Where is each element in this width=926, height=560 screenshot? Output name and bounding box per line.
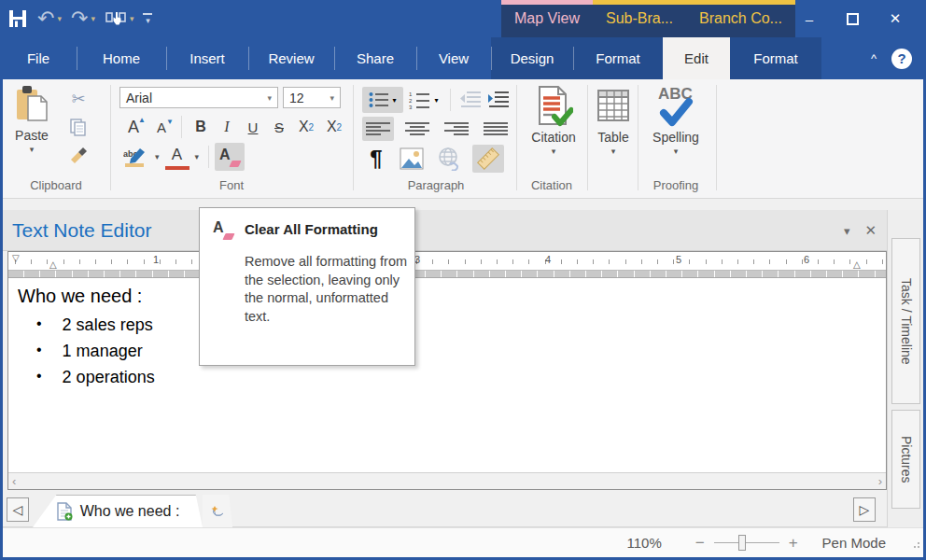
doc-tab-map-view[interactable]: Map View [501,0,593,37]
resize-grip[interactable] [910,539,919,548]
app-window: ↶ ▾ ↷ ▾ ▾ ▾ Map [0,0,926,560]
underline-button[interactable]: U [240,119,266,135]
status-bar: 110% − + Pen Mode [3,527,923,557]
paste-dropdown[interactable]: ▾ [30,145,35,154]
clear-formatting-button[interactable]: A [215,143,245,171]
tab-scroll-right-button[interactable]: ▷ [853,497,876,522]
group-separator [353,85,354,190]
collapse-ribbon-icon[interactable]: ^ [871,51,877,65]
increase-indent-button[interactable] [484,87,512,113]
help-icon[interactable]: ? [891,49,912,69]
strikethrough-button[interactable]: S [266,119,292,135]
show-formatting-button[interactable]: ¶ [364,145,388,173]
zoom-out-button[interactable]: − [695,534,705,553]
doc-tab-branch[interactable]: Branch Co... [686,0,795,37]
tab-design[interactable]: Design [491,37,573,79]
note-text-area[interactable]: Who we need : • 2 sales reps • 1 manager… [8,278,886,472]
font-name-combo[interactable]: Arial ▾ [119,87,278,108]
highlight-dropdown[interactable]: ▾ [155,152,160,161]
font-color-dropdown[interactable]: ▾ [195,152,200,161]
paste-button[interactable]: Paste ▾ [13,85,50,154]
touch-mode-dropdown[interactable]: ▾ [130,14,134,23]
sidebar-tab-task-timeline[interactable]: Task / Timeline [891,238,920,404]
highlight-button[interactable]: abc [119,144,151,170]
tab-home[interactable]: Home [77,37,166,79]
grow-font-button[interactable]: A ▲ [119,118,147,137]
zoom-level: 110% [626,535,661,551]
format-painter-button[interactable] [65,143,91,167]
format-painter-icon [68,145,89,165]
doc-tab-sub-branch[interactable]: Sub-Bra... [593,0,686,37]
new-note-icon [210,504,225,519]
citation-button[interactable]: Citation ▾ [525,85,582,156]
close-button[interactable]: ✕ [874,0,917,37]
undo-button[interactable]: ↶ ▾ [37,8,62,29]
spelling-button[interactable]: ABC Spelling ▾ [644,85,708,156]
align-left-button[interactable] [362,117,394,141]
customize-qat-button[interactable]: ▾ [143,13,152,25]
insert-link-button[interactable] [435,145,463,173]
bullet-dropdown[interactable]: ▾ [392,96,396,105]
scroll-right-icon[interactable]: › [878,474,882,488]
decrease-indent-button[interactable] [456,87,484,113]
numbered-dropdown[interactable]: ▾ [434,96,438,105]
ruler-number: 1 [153,254,159,265]
copy-button[interactable] [65,115,91,139]
subscript-button[interactable]: X2 [292,119,320,135]
tab-view[interactable]: View [416,37,491,79]
spelling-dropdown[interactable]: ▾ [674,147,679,156]
italic-button[interactable]: I [214,119,240,135]
ruler[interactable]: 1 2 3 4 5 6 ▽ △ △ [8,252,886,271]
minimize-button[interactable]: – [788,0,831,37]
topic-tab-new[interactable] [203,495,232,527]
table-dropdown[interactable]: ▾ [611,147,616,156]
horizontal-scrollbar[interactable]: ‹ › [8,472,886,489]
ruler-toggle-button[interactable] [472,145,504,173]
numbered-list-button[interactable]: 123 ▾ [403,87,444,113]
hanging-indent-marker[interactable]: △ [49,259,57,270]
save-button[interactable] [7,8,28,29]
zoom-slider-handle[interactable] [738,535,746,551]
align-center-button[interactable] [401,117,433,141]
bold-button[interactable]: B [188,119,214,135]
cut-button[interactable]: ✂ [65,87,91,111]
justify-icon [484,119,508,138]
font-color-button[interactable]: A [163,144,191,170]
divider [450,89,451,111]
tab-format-branch[interactable]: Format [730,37,821,79]
tab-scroll-left-button[interactable]: ◁ [7,497,29,522]
tab-accent-stripe [686,0,795,5]
font-size-combo[interactable]: 12 ▾ [283,87,341,108]
citation-dropdown[interactable]: ▾ [552,147,556,156]
panel-dropdown-icon[interactable]: ▾ [844,224,850,238]
tab-edit[interactable]: Edit [663,37,730,79]
bullet-glyph: • [36,315,42,335]
bullet-list-button[interactable]: ▾ [362,87,403,113]
tab-insert[interactable]: Insert [166,37,248,79]
superscript-button[interactable]: X2 [320,119,348,135]
redo-dropdown[interactable]: ▾ [91,14,95,23]
touch-mode-button[interactable]: ▾ [105,9,134,28]
topic-tab-active[interactable]: Who we need : [33,495,203,527]
sidebar-tab-pictures[interactable]: Pictures [891,410,920,509]
panel-close-icon[interactable]: ✕ [864,222,877,239]
tab-file[interactable]: File [0,37,77,79]
maximize-button[interactable] [831,0,874,37]
tab-share[interactable]: Share [334,37,416,79]
scroll-left-icon[interactable]: ‹ [12,474,16,488]
pen-mode-label[interactable]: Pen Mode [822,535,886,551]
shrink-font-button[interactable]: A ▼ [147,119,175,135]
tab-review[interactable]: Review [248,37,334,79]
zoom-slider[interactable] [714,542,779,543]
justify-button[interactable] [480,117,512,141]
align-right-button[interactable] [441,117,472,141]
table-button[interactable]: Table ▾ [592,85,635,156]
zoom-in-button[interactable]: + [789,534,798,553]
insert-image-button[interactable] [398,145,426,173]
note-bullet-item: • 2 operations [36,368,155,387]
redo-button[interactable]: ↷ ▾ [71,8,95,29]
undo-dropdown[interactable]: ▾ [57,14,62,23]
right-indent-marker[interactable]: △ [853,259,861,270]
tab-format-map[interactable]: Format [573,37,663,79]
first-line-indent-marker[interactable]: ▽ [12,253,20,263]
